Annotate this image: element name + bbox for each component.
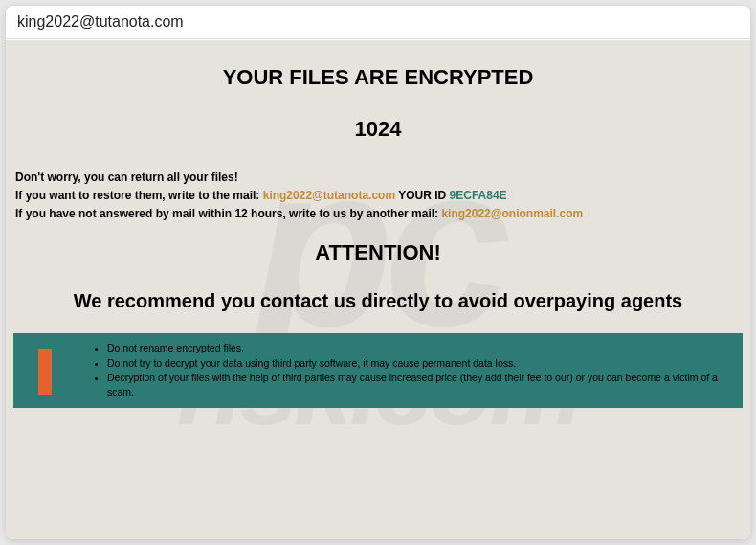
warning-item-3: Decryption of your files with the help o… — [107, 371, 743, 398]
info-line2-mid: YOUR ID — [395, 189, 449, 202]
ransom-window: king2022@tutanota.com pc risk.com YOUR F… — [6, 6, 750, 539]
ransom-content: pc risk.com YOUR FILES ARE ENCRYPTED 102… — [6, 40, 750, 539]
info-block: Don't worry, you can return all your fil… — [6, 142, 750, 222]
heading-encrypted: YOUR FILES ARE ENCRYPTED — [6, 40, 750, 90]
heading-recommend: We recommend you contact us directly to … — [6, 265, 750, 312]
window-titlebar[interactable]: king2022@tutanota.com — [6, 6, 750, 39]
warning-box: Do not rename encrypted files. Do not tr… — [13, 333, 743, 408]
warning-item-2: Do not try to decrypt your data using th… — [107, 356, 743, 371]
info-line-3: If you have not answered by mail within … — [15, 205, 741, 222]
heading-number: 1024 — [6, 90, 750, 142]
info-line-1: Don't worry, you can return all your fil… — [15, 169, 741, 186]
victim-id: 9ECFA84E — [450, 189, 507, 202]
warning-accent-bar — [38, 349, 52, 395]
heading-attention: ATTENTION! — [6, 223, 750, 265]
info-line2-prefix: If you want to restore them, write to th… — [15, 189, 263, 202]
warning-item-1: Do not rename encrypted files. — [107, 341, 743, 355]
info-line3-prefix: If you have not answered by mail within … — [15, 207, 441, 220]
info-line-2: If you want to restore them, write to th… — [15, 187, 741, 204]
window-title: king2022@tutanota.com — [17, 13, 184, 30]
warning-list: Do not rename encrypted files. Do not tr… — [92, 341, 743, 399]
secondary-email: king2022@onionmail.com — [441, 207, 583, 220]
primary-email: king2022@tutanota.com — [263, 189, 395, 202]
